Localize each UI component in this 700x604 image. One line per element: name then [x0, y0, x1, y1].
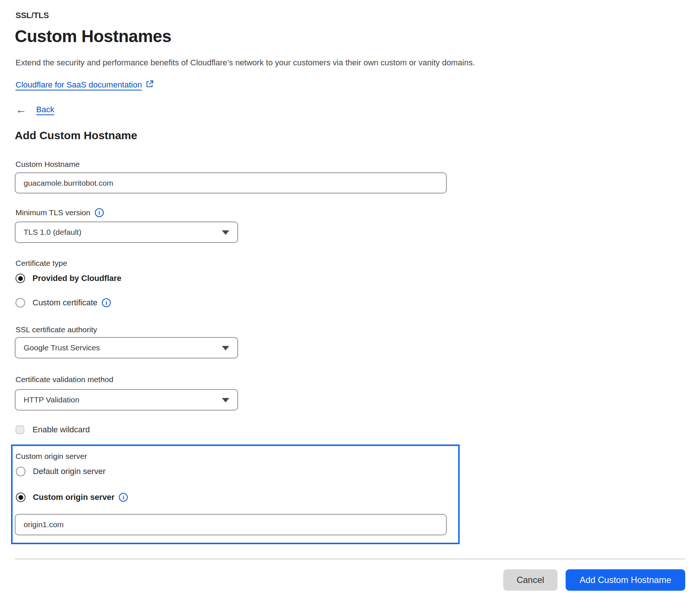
- custom-origin-server-input[interactable]: [15, 514, 447, 535]
- min-tls-selected-value: TLS 1.0 (default): [24, 228, 81, 237]
- documentation-link-row: Cloudflare for SaaS documentation: [16, 80, 700, 90]
- certificate-type-label: Certificate type: [16, 259, 700, 268]
- radio-provided-by-cloudflare[interactable]: [16, 274, 25, 283]
- chevron-down-icon: [222, 398, 229, 402]
- radio-label-provided-by-cloudflare: Provided by Cloudflare: [32, 274, 121, 283]
- min-tls-select[interactable]: TLS 1.0 (default): [15, 222, 238, 243]
- chevron-down-icon: [222, 230, 229, 235]
- radio-row-custom-certificate: Custom certificate i: [16, 297, 700, 308]
- saas-documentation-link[interactable]: Cloudflare for SaaS documentation: [16, 80, 142, 90]
- page-title: Custom Hostnames: [15, 27, 700, 45]
- ssl-authority-select[interactable]: Google Trust Services: [15, 337, 238, 358]
- ssl-authority-label-text: SSL certificate authority: [16, 325, 97, 334]
- custom-origin-server-section: Custom origin server Default origin serv…: [11, 445, 460, 544]
- min-tls-label-text: Minimum TLS version: [16, 208, 90, 217]
- certificate-type-label-text: Certificate type: [16, 259, 67, 268]
- info-icon[interactable]: i: [102, 298, 111, 307]
- custom-origin-server-label: Custom origin server: [16, 452, 458, 461]
- breadcrumb: SSL/TLS: [16, 11, 700, 20]
- custom-hostname-label-text: Custom Hostname: [16, 160, 80, 169]
- radio-row-provided-by-cloudflare: Provided by Cloudflare: [16, 273, 700, 284]
- form-heading: Add Custom Hostname: [15, 129, 700, 142]
- form-actions: Cancel Add Custom Hostname: [0, 569, 700, 591]
- radio-label-default-origin-server: Default origin server: [33, 467, 106, 476]
- page-description: Extend the security and performance bene…: [16, 58, 700, 68]
- validation-method-label-text: Certificate validation method: [16, 375, 113, 384]
- ssl-authority-selected-value: Google Trust Services: [24, 343, 100, 352]
- ssl-authority-label: SSL certificate authority: [16, 325, 700, 334]
- enable-wildcard-label: Enable wildcard: [32, 425, 90, 435]
- radio-row-custom-origin-server: Custom origin server i: [16, 492, 458, 503]
- custom-origin-server-label-text: Custom origin server: [16, 452, 87, 461]
- chevron-down-icon: [222, 346, 229, 350]
- add-custom-hostname-page: SSL/TLS Custom Hostnames Extend the secu…: [0, 0, 700, 604]
- cancel-button[interactable]: Cancel: [503, 569, 557, 591]
- back-link[interactable]: Back: [36, 105, 54, 114]
- radio-custom-certificate[interactable]: [16, 298, 25, 308]
- validation-method-label: Certificate validation method: [16, 375, 700, 384]
- custom-hostname-label: Custom Hostname: [16, 160, 700, 169]
- enable-wildcard-checkbox[interactable]: [16, 425, 24, 434]
- radio-default-origin-server[interactable]: [16, 467, 25, 476]
- validation-method-selected-value: HTTP Validation: [24, 395, 79, 404]
- info-icon[interactable]: i: [119, 493, 128, 502]
- validation-method-select[interactable]: HTTP Validation: [15, 389, 238, 411]
- enable-wildcard-row: Enable wildcard: [16, 424, 700, 435]
- radio-label-custom-origin-server: Custom origin server: [33, 493, 114, 502]
- footer-divider: [15, 559, 685, 559]
- min-tls-label: Minimum TLS version i: [16, 208, 700, 217]
- radio-label-custom-certificate: Custom certificate: [32, 298, 97, 308]
- back-navigation: ← Back: [16, 104, 700, 115]
- left-arrow-icon[interactable]: ←: [16, 104, 27, 115]
- radio-row-default-origin-server: Default origin server: [16, 466, 458, 477]
- external-link-icon: [145, 80, 154, 88]
- radio-custom-origin-server[interactable]: [16, 493, 25, 502]
- custom-hostname-input[interactable]: [15, 172, 447, 193]
- add-custom-hostname-button[interactable]: Add Custom Hostname: [566, 569, 685, 591]
- info-icon[interactable]: i: [95, 208, 104, 217]
